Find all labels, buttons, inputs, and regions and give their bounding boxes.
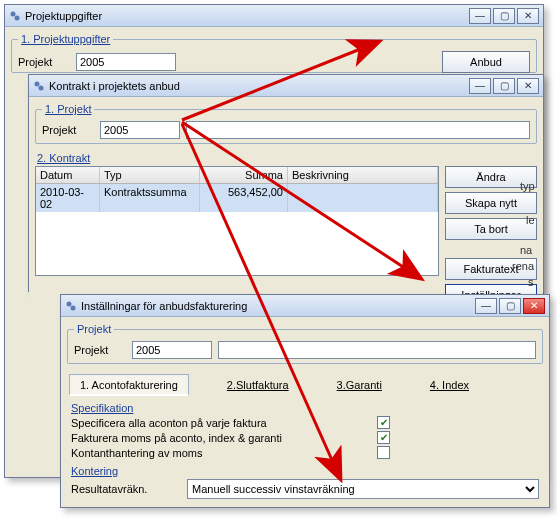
projekt-input[interactable] [132, 341, 212, 359]
table-row[interactable]: 2010-03-02 Kontraktssumma 563,452,00 [36, 184, 438, 212]
ta-bort-button[interactable]: Ta bort [445, 218, 537, 240]
maximize-button[interactable]: ▢ [493, 78, 515, 94]
spec2-checkbox[interactable]: ✔ [377, 431, 390, 444]
maximize-button[interactable]: ▢ [493, 8, 515, 24]
projekt-label: Projekt [42, 124, 94, 136]
tab-slutfaktura[interactable]: 2.Slutfaktura [217, 374, 299, 396]
window-kontrakt: Kontrakt i projektets anbud — ▢ ✕ 1. Pro… [28, 74, 544, 292]
fieldset-projektuppgifter: 1. Projektuppgifter Projekt Anbud [11, 33, 537, 73]
spec1-checkbox[interactable]: ✔ [377, 416, 390, 429]
kontering-heading: Kontering [71, 465, 539, 477]
spec3-label: Kontanthantering av moms [71, 447, 371, 459]
col-datum[interactable]: Datum [36, 167, 100, 183]
legend-kontrakt: 2. Kontrakt [37, 152, 439, 164]
titlebar-installningar[interactable]: Inställningar för anbudsfakturering — ▢ … [61, 295, 549, 317]
projekt-input[interactable] [100, 121, 180, 139]
window-title: Kontrakt i projektets anbud [49, 80, 469, 92]
fieldset-projekt: 1. Projekt Projekt [35, 103, 537, 144]
svg-point-3 [39, 85, 44, 90]
app-icon [33, 80, 45, 92]
specifikation-heading: Specifikation [71, 402, 539, 414]
spec2-label: Fakturera moms på aconto, index & garant… [71, 432, 371, 444]
projekt-label: Projekt [18, 56, 70, 68]
tab-acontofakturering[interactable]: 1. Acontofakturering [69, 374, 189, 396]
cell-beskrivning [288, 184, 438, 212]
window-title: Inställningar för anbudsfakturering [81, 300, 475, 312]
fieldset-projekt: Projekt Projekt [67, 323, 543, 364]
anbud-button[interactable]: Anbud [442, 51, 530, 73]
tab-bar: 1. Acontofakturering 2.Slutfaktura 3.Gar… [67, 370, 543, 402]
projekt-desc-input[interactable] [218, 341, 536, 359]
app-icon [65, 300, 77, 312]
svg-point-4 [67, 301, 72, 306]
close-button[interactable]: ✕ [517, 78, 539, 94]
close-button[interactable]: ✕ [517, 8, 539, 24]
cell-summa: 563,452,00 [200, 184, 288, 212]
svg-point-2 [35, 81, 40, 86]
cell-datum: 2010-03-02 [36, 184, 100, 212]
minimize-button[interactable]: — [475, 298, 497, 314]
minimize-button[interactable]: — [469, 78, 491, 94]
legend-projektuppgifter: 1. Projektuppgifter [18, 33, 113, 45]
resultatavrakn-label: Resultatavräkn. [71, 483, 181, 495]
svg-point-5 [71, 305, 76, 310]
svg-point-0 [11, 11, 16, 16]
titlebar-projektuppgifter[interactable]: Projektuppgifter — ▢ ✕ [5, 5, 543, 27]
cell-typ: Kontraktssumma [100, 184, 200, 212]
svg-point-1 [15, 15, 20, 20]
tab-index[interactable]: 4. Index [420, 374, 479, 396]
col-summa[interactable]: Summa [200, 167, 288, 183]
app-icon [9, 10, 21, 22]
close-button[interactable]: ✕ [523, 298, 545, 314]
titlebar-kontrakt[interactable]: Kontrakt i projektets anbud — ▢ ✕ [29, 75, 543, 97]
legend-projekt: 1. Projekt [42, 103, 94, 115]
window-installningar: Inställningar för anbudsfakturering — ▢ … [60, 294, 550, 508]
kontrakt-table[interactable]: Datum Typ Summa Beskrivning 2010-03-02 K… [35, 166, 439, 276]
projekt-desc-input[interactable] [186, 121, 530, 139]
projekt-label: Projekt [74, 344, 126, 356]
tab-garanti[interactable]: 3.Garanti [327, 374, 392, 396]
minimize-button[interactable]: — [469, 8, 491, 24]
projekt-input[interactable] [76, 53, 176, 71]
window-title: Projektuppgifter [25, 10, 469, 22]
skapa-nytt-button[interactable]: Skapa nytt [445, 192, 537, 214]
col-beskrivning[interactable]: Beskrivning [288, 167, 438, 183]
resultatavrakn-select[interactable]: Manuell successiv vinstavräkning [187, 479, 539, 499]
col-typ[interactable]: Typ [100, 167, 200, 183]
legend-projekt: Projekt [74, 323, 114, 335]
spec1-label: Specificera alla aconton på varje faktur… [71, 417, 371, 429]
spec3-checkbox[interactable] [377, 446, 390, 459]
maximize-button[interactable]: ▢ [499, 298, 521, 314]
